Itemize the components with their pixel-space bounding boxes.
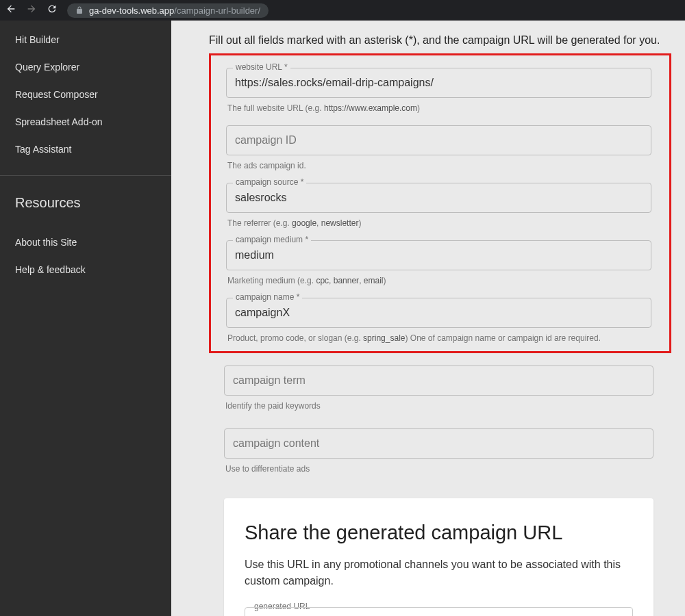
sidebar-item-help-feedback[interactable]: Help & feedback — [0, 256, 171, 283]
campaign-name-help: Product, promo code, or slogan (e.g. spr… — [227, 333, 651, 343]
forward-icon[interactable] — [26, 3, 37, 17]
intro-text: Fill out all fields marked with an aster… — [209, 21, 671, 53]
campaign-content-input[interactable] — [224, 428, 653, 459]
browser-bar: ga-dev-tools.web.app/campaign-url-builde… — [0, 0, 685, 21]
campaign-name-input[interactable] — [226, 298, 651, 328]
website-url-label: website URL * — [233, 62, 290, 72]
campaign-id-help: The ads campaign id. — [227, 161, 651, 170]
sidebar-item-spreadsheet-add-on[interactable]: Spreadsheet Add-on — [0, 108, 171, 136]
lock-icon — [75, 6, 84, 14]
campaign-medium-help: Marketing medium (e.g. cpc, banner, emai… — [227, 276, 651, 285]
campaign-source-help: The referrer (e.g. google, newsletter) — [227, 218, 651, 228]
main-content: Fill out all fields marked with an aster… — [171, 21, 685, 616]
website-url-help: The full website URL (e.g. https://www.e… — [227, 103, 651, 113]
url-text: ga-dev-tools.web.app/campaign-url-builde… — [89, 5, 260, 16]
share-card: Share the generated campaign URL Use thi… — [224, 498, 653, 616]
sidebar-item-tag-assistant[interactable]: Tag Assistant — [0, 136, 171, 163]
campaign-medium-input[interactable] — [226, 240, 651, 270]
campaign-source-label: campaign source * — [233, 177, 306, 187]
campaign-content-help: Use to differentiate ads — [225, 464, 653, 474]
share-title: Share the generated campaign URL — [245, 522, 633, 544]
address-bar[interactable]: ga-dev-tools.web.app/campaign-url-builde… — [67, 3, 269, 18]
sidebar-item-hit-builder[interactable]: Hit Builder — [0, 26, 171, 53]
resources-heading: Resources — [0, 176, 171, 223]
back-icon[interactable] — [5, 3, 16, 17]
campaign-name-label: campaign name * — [233, 292, 302, 302]
generated-url-output: https://sales.rocks/email-drip-campaigns… — [245, 607, 633, 616]
sidebar: Hit BuilderQuery ExplorerRequest Compose… — [0, 21, 171, 616]
campaign-term-help: Identify the paid keywords — [225, 401, 653, 411]
sidebar-item-request-composer[interactable]: Request Composer — [0, 81, 171, 108]
sidebar-item-about-this-site[interactable]: About this Site — [0, 229, 171, 256]
website-url-input[interactable] — [226, 68, 651, 98]
sidebar-item-query-explorer[interactable]: Query Explorer — [0, 53, 171, 81]
highlighted-fields: website URL * The full website URL (e.g.… — [209, 53, 671, 353]
campaign-id-input[interactable] — [226, 125, 651, 155]
campaign-medium-label: campaign medium * — [233, 235, 311, 244]
campaign-term-input[interactable] — [224, 365, 653, 396]
campaign-source-input[interactable] — [226, 183, 651, 213]
reload-icon[interactable] — [47, 3, 58, 17]
share-desc: Use this URL in any promotional channels… — [245, 556, 633, 589]
